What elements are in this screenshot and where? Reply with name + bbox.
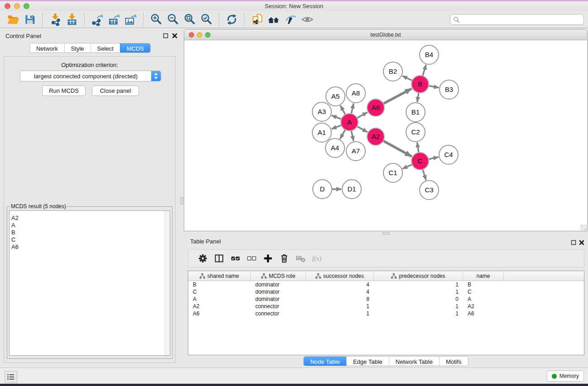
close-panel-icon[interactable]: [172, 32, 178, 38]
criterion-select[interactable]: largest connected component (directed): [20, 71, 161, 81]
attribute-type-icon: [261, 273, 267, 279]
save-button[interactable]: [21, 12, 38, 27]
zoom-in-icon: [150, 13, 163, 26]
fx-button[interactable]: f(x): [309, 251, 325, 266]
vertical-divider-grip[interactable]: [180, 197, 183, 205]
mcds-result-item[interactable]: A2: [11, 214, 170, 222]
graph-node-label-A3: A3: [318, 108, 326, 115]
hide-details-button[interactable]: [282, 12, 299, 27]
table-row[interactable]: Bdominator41B: [188, 281, 584, 288]
clone-network-icon: [251, 13, 263, 26]
clone-network-button[interactable]: [249, 12, 265, 27]
tab-network[interactable]: Network: [30, 43, 64, 52]
zoom-fit-button[interactable]: [181, 12, 198, 27]
mcds-result-item[interactable]: A6: [11, 243, 170, 251]
network-canvas[interactable]: B4B2BB3A8A5A6B1A3AA1C2A2A4A7C4CC1C3DD1: [184, 40, 587, 231]
table-cell: A2: [188, 303, 251, 310]
close-panel-button[interactable]: Close panel: [92, 86, 139, 96]
add-row-button[interactable]: [260, 251, 276, 266]
export-table-button[interactable]: [105, 12, 122, 27]
import-table-button[interactable]: [63, 12, 80, 27]
select-all-button[interactable]: [227, 251, 244, 266]
table-cell: dominator: [251, 281, 306, 288]
graph-node-label-C4: C4: [444, 151, 453, 158]
resize-grip-icon[interactable]: [581, 224, 587, 230]
column-header-predecessor-nodes[interactable]: predecessor nodes: [374, 271, 463, 281]
network-graph[interactable]: B4B2BB3A8A5A6B1A3AA1C2A2A4A7C4CC1C3DD1: [184, 40, 587, 231]
column-header-shared-name[interactable]: shared name: [188, 271, 251, 281]
table-row[interactable]: Adominator80A: [188, 295, 584, 303]
float-panel-icon[interactable]: [163, 32, 169, 38]
table-cell: B: [188, 281, 251, 288]
window-title: Session: New Session: [0, 3, 588, 10]
deselect-all-button[interactable]: [244, 251, 260, 266]
table-cell: A6: [463, 310, 504, 317]
zoom-in-button[interactable]: [148, 12, 164, 27]
graph-node-label-C1: C1: [388, 169, 397, 176]
refresh-icon: [225, 13, 238, 26]
column-label: predecessor nodes: [399, 273, 445, 279]
refresh-button[interactable]: [223, 12, 240, 27]
table-tab-motifs[interactable]: Motifs: [439, 357, 468, 366]
tab-group: NetworkStyleSelectMCDS: [29, 43, 151, 53]
zoom-selected-button[interactable]: [198, 12, 215, 27]
home-button[interactable]: [265, 12, 282, 27]
export-network-button[interactable]: [89, 12, 105, 27]
mcds-result-list[interactable]: A2ABCA6: [9, 210, 170, 356]
delete-row-button[interactable]: [276, 251, 292, 266]
table-row[interactable]: A6connector11A6: [188, 310, 584, 317]
search-field[interactable]: [450, 14, 584, 25]
mcds-result-item[interactable]: A: [11, 222, 170, 229]
close-table-panel-icon[interactable]: [579, 239, 585, 245]
table-row[interactable]: A2connector11A2: [188, 303, 584, 310]
run-mcds-button[interactable]: Run MCDS: [42, 86, 86, 96]
tab-style[interactable]: Style: [64, 43, 91, 52]
table-panel: Table Panel f(x) shared nameMCDS rolesuc…: [184, 235, 588, 367]
mcds-result-item[interactable]: B: [11, 229, 170, 236]
table-cell: B: [463, 281, 504, 288]
add-row-icon: [263, 253, 273, 264]
tab-select[interactable]: Select: [91, 43, 120, 52]
task-history-button[interactable]: [5, 371, 17, 383]
graph-node-label-D1: D1: [347, 185, 356, 193]
eye-button[interactable]: [299, 12, 316, 27]
graph-node-label-A4: A4: [331, 144, 339, 152]
search-input[interactable]: [462, 15, 583, 24]
settings-gear-button[interactable]: [195, 251, 211, 266]
status-bar: Memory: [0, 367, 588, 384]
home-icon: [268, 13, 280, 26]
table-body: Bdominator41BCdominator41CAdominator80AA…: [188, 281, 584, 317]
table-cell: connector: [251, 310, 306, 317]
save-icon: [24, 13, 36, 26]
open-folder-button[interactable]: [5, 12, 21, 27]
network-window-titlebar[interactable]: testGlobe.txt: [184, 29, 587, 40]
scrollbar-track[interactable]: [165, 211, 170, 355]
graph-node-label-B3: B3: [445, 86, 453, 93]
export-image-button[interactable]: [122, 12, 139, 27]
mcds-result-item[interactable]: C: [11, 236, 170, 243]
table-tab-edge-table[interactable]: Edge Table: [346, 357, 389, 366]
table-tab-node-table[interactable]: Node Table: [304, 357, 346, 366]
column-header-name[interactable]: name: [463, 271, 504, 281]
table-tab-network-table[interactable]: Network Table: [389, 357, 439, 366]
memory-status-icon: [552, 374, 557, 379]
column-header-MCDS-role[interactable]: MCDS role: [251, 271, 306, 281]
control-panel: Control Panel NetworkStyleSelectMCDS Opt…: [2, 29, 178, 367]
select-all-icon: [230, 253, 241, 264]
import-network-button[interactable]: [47, 12, 63, 27]
split-columns-button[interactable]: [211, 251, 227, 266]
zoom-selected-icon: [200, 13, 213, 26]
toolbar-separator: [143, 13, 143, 26]
memory-button[interactable]: Memory: [547, 371, 584, 381]
tab-mcds[interactable]: MCDS: [120, 43, 150, 52]
table-cell: 1: [374, 303, 463, 310]
zoom-out-button[interactable]: [164, 12, 181, 27]
column-header-successor-nodes[interactable]: successor nodes: [306, 271, 374, 281]
float-table-panel-icon[interactable]: [571, 239, 577, 245]
table-row[interactable]: Cdominator41C: [188, 288, 584, 295]
zoom-out-icon: [167, 13, 179, 26]
graph-node-label-C: C: [418, 157, 423, 165]
graph-node-label-A7: A7: [352, 147, 360, 155]
delete-table-button[interactable]: [292, 251, 309, 266]
graph-node-label-A1: A1: [318, 129, 326, 136]
